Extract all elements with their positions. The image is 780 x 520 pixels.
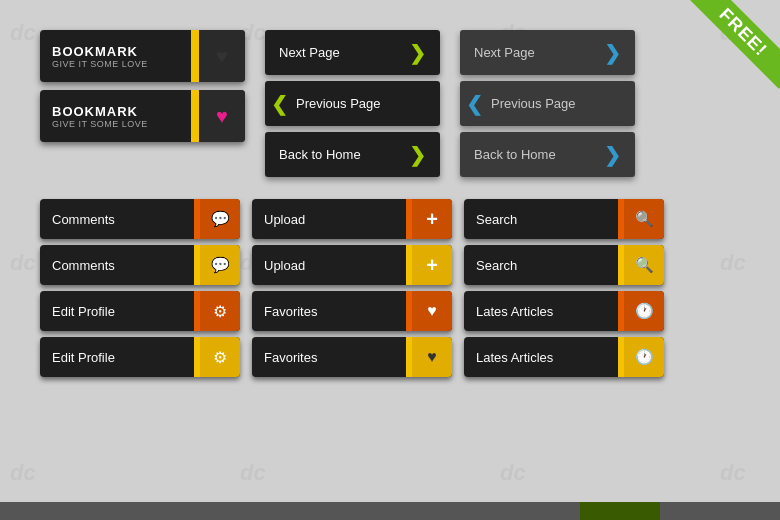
bookmark-text-2: BOOKMARK GIVE IT SOME LOVE	[40, 90, 191, 142]
search-icon-1: 🔍	[624, 199, 664, 239]
magnifier-icon-2: 🔍	[635, 256, 654, 274]
edit-profile-label-1: Edit Profile	[40, 291, 194, 331]
bookmark-title-1: BOOKMARK	[52, 44, 179, 59]
next-page-button-dark[interactable]: Next Page ❯	[265, 30, 440, 75]
prev-page-label-dark: Previous Page	[296, 96, 430, 111]
comments-button-2[interactable]: Comments 💬	[40, 245, 240, 285]
back-home-button-dark[interactable]: Back to Home ❯	[265, 132, 440, 177]
back-chevron-dark: ❯	[409, 143, 426, 167]
watermark: dc	[500, 460, 526, 486]
clock-icon-2: 🕐	[635, 348, 654, 366]
nav-group-gray: Next Page ❯ ❮ Previous Page Back to Home…	[460, 30, 635, 177]
lates-articles-label-2: Lates Articles	[464, 337, 618, 377]
next-page-button-gray[interactable]: Next Page ❯	[460, 30, 635, 75]
bottom-bar-green	[580, 502, 660, 520]
search-label-1: Search	[464, 199, 618, 239]
bookmark-button-2[interactable]: BOOKMARK GIVE IT SOME LOVE ♥	[40, 90, 245, 142]
search-button-1[interactable]: Search 🔍	[464, 199, 664, 239]
bookmark-subtitle-1: GIVE IT SOME LOVE	[52, 59, 179, 69]
heart-fav-icon-1: ♥	[427, 302, 437, 320]
comments-label-2: Comments	[40, 245, 194, 285]
edit-profile-label-2: Edit Profile	[40, 337, 194, 377]
comment-icon-1: 💬	[211, 210, 230, 228]
heart-icon-dark: ♥	[216, 45, 228, 68]
next-page-label-gray: Next Page	[474, 45, 604, 60]
watermark: dc	[240, 460, 266, 486]
comments-icon-2: 💬	[200, 245, 240, 285]
fav-icon-2: ♥	[412, 337, 452, 377]
next-chevron-dark: ❯	[409, 41, 426, 65]
comment-icon-2: 💬	[211, 256, 230, 274]
comments-button-1[interactable]: Comments 💬	[40, 199, 240, 239]
bookmark-icon-1: ♥	[199, 30, 245, 82]
lates-articles-button-1[interactable]: Lates Articles 🕐	[464, 291, 664, 331]
plus-icon-2: +	[426, 254, 438, 277]
lates-icon-1: 🕐	[624, 291, 664, 331]
back-home-label-dark: Back to Home	[279, 147, 409, 162]
next-chevron-gray: ❯	[604, 41, 621, 65]
upload-button-1[interactable]: Upload +	[252, 199, 452, 239]
watermark: dc	[10, 460, 36, 486]
upload-label-2: Upload	[252, 245, 406, 285]
action-col-1: Comments 💬 Comments 💬 Edit Profile ⚙	[40, 199, 240, 377]
action-col-3: Search 🔍 Search 🔍 Lates Articles 🕐	[464, 199, 664, 377]
upload-button-2[interactable]: Upload +	[252, 245, 452, 285]
bookmark-stripe-2	[191, 90, 199, 142]
fav-icon-1: ♥	[412, 291, 452, 331]
edit-profile-button-2[interactable]: Edit Profile ⚙	[40, 337, 240, 377]
edit-profile-button-1[interactable]: Edit Profile ⚙	[40, 291, 240, 331]
bookmark-stripe-1	[191, 30, 199, 82]
search-icon-2: 🔍	[624, 245, 664, 285]
upload-icon-2: +	[412, 245, 452, 285]
upload-icon-1: +	[412, 199, 452, 239]
favorites-button-1[interactable]: Favorites ♥	[252, 291, 452, 331]
free-ribbon: FREE!	[680, 0, 780, 100]
gear-icon-1: ⚙	[213, 302, 227, 321]
clock-icon-1: 🕐	[635, 302, 654, 320]
search-button-2[interactable]: Search 🔍	[464, 245, 664, 285]
upload-label-1: Upload	[252, 199, 406, 239]
prev-page-label-gray: Previous Page	[491, 96, 625, 111]
prev-page-button-gray[interactable]: ❮ Previous Page	[460, 81, 635, 126]
watermark: dc	[720, 460, 746, 486]
bookmark-group: BOOKMARK GIVE IT SOME LOVE ♥ BOOKMARK GI…	[40, 30, 245, 177]
section-bookmarks-nav: BOOKMARK GIVE IT SOME LOVE ♥ BOOKMARK GI…	[40, 30, 740, 177]
heart-icon-pink: ♥	[216, 105, 228, 128]
bottom-bar	[0, 502, 780, 520]
back-home-label-gray: Back to Home	[474, 147, 604, 162]
comments-label-1: Comments	[40, 199, 194, 239]
comments-icon-1: 💬	[200, 199, 240, 239]
bookmark-subtitle-2: GIVE IT SOME LOVE	[52, 119, 179, 129]
favorites-label-2: Favorites	[252, 337, 406, 377]
plus-icon-1: +	[426, 208, 438, 231]
favorites-button-2[interactable]: Favorites ♥	[252, 337, 452, 377]
favorites-label-1: Favorites	[252, 291, 406, 331]
edit-icon-1: ⚙	[200, 291, 240, 331]
gear-icon-2: ⚙	[213, 348, 227, 367]
lates-articles-button-2[interactable]: Lates Articles 🕐	[464, 337, 664, 377]
back-chevron-gray: ❯	[604, 143, 621, 167]
prev-chevron-dark: ❮	[271, 92, 288, 116]
nav-group-dark: Next Page ❯ ❮ Previous Page Back to Home…	[265, 30, 440, 177]
action-col-2: Upload + Upload + Favorites ♥	[252, 199, 452, 377]
prev-page-button-dark[interactable]: ❮ Previous Page	[265, 81, 440, 126]
edit-icon-2: ⚙	[200, 337, 240, 377]
bookmark-title-2: BOOKMARK	[52, 104, 179, 119]
section-action-buttons: Comments 💬 Comments 💬 Edit Profile ⚙	[40, 199, 740, 377]
lates-icon-2: 🕐	[624, 337, 664, 377]
magnifier-icon-1: 🔍	[635, 210, 654, 228]
next-page-label-dark: Next Page	[279, 45, 409, 60]
back-home-button-gray[interactable]: Back to Home ❯	[460, 132, 635, 177]
bookmark-button-1[interactable]: BOOKMARK GIVE IT SOME LOVE ♥	[40, 30, 245, 82]
prev-chevron-gray: ❮	[466, 92, 483, 116]
bookmark-text-1: BOOKMARK GIVE IT SOME LOVE	[40, 30, 191, 82]
heart-fav-icon-2: ♥	[427, 348, 437, 366]
bookmark-icon-2: ♥	[199, 90, 245, 142]
search-label-2: Search	[464, 245, 618, 285]
lates-articles-label-1: Lates Articles	[464, 291, 618, 331]
free-label: FREE!	[687, 0, 780, 89]
